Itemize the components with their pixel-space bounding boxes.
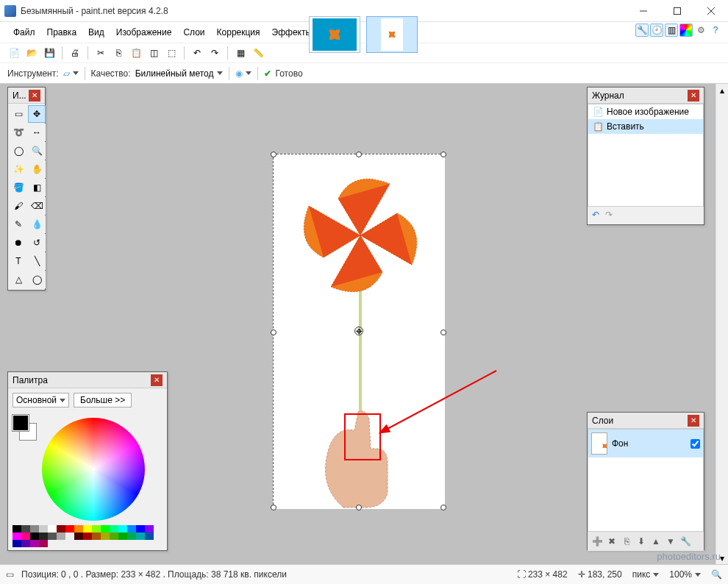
layer-row[interactable]: Фон — [588, 430, 703, 457]
crop-icon[interactable]: ◫ — [147, 46, 160, 60]
undo-icon[interactable]: ↶ — [190, 46, 204, 60]
pan-tool[interactable]: ✋ — [28, 160, 46, 178]
help-icon[interactable]: ? — [709, 24, 722, 37]
undo-icon[interactable]: ↶ — [592, 210, 599, 220]
history-close-icon[interactable]: ✕ — [688, 90, 699, 102]
minimize-button[interactable] — [627, 0, 660, 22]
svg-rect-1 — [674, 7, 681, 14]
shapes-tool[interactable]: △ — [10, 271, 27, 288]
move-up-icon[interactable]: ▲ — [649, 535, 663, 548]
layers-toggle-icon[interactable]: ▥ — [665, 24, 678, 37]
doc-thumb-2[interactable] — [366, 16, 418, 53]
tool-selector[interactable]: ▱ — [63, 68, 79, 79]
maximize-button[interactable] — [660, 0, 694, 22]
menu-adjustments[interactable]: Коррекция — [211, 24, 266, 40]
tools-panel: И...✕ ▭ ✥ ➰ ↔ ◯ 🔍 ✨ ✋ 🪣 ◧ 🖌 ⌫ ✎ 💧 ⏺ ↺ T … — [7, 87, 46, 291]
paste-icon[interactable]: 📋 — [129, 46, 143, 60]
document-thumbs — [309, 16, 418, 53]
clone-tool[interactable]: ⏺ — [10, 234, 27, 252]
primary-color-swatch[interactable] — [13, 415, 29, 431]
tools-close-icon[interactable]: ✕ — [29, 90, 40, 102]
color-mode-select[interactable]: Основной — [13, 393, 69, 407]
duplicate-layer-icon[interactable]: ⎘ — [620, 535, 633, 548]
colors-panel: Палитра✕ Основной Больше >> — [7, 371, 168, 551]
redo-icon[interactable]: ↷ — [605, 210, 613, 220]
close-button[interactable] — [694, 0, 728, 22]
brush-tool[interactable]: 🖌 — [10, 197, 27, 215]
ready-label: Готово — [276, 68, 303, 79]
gradient-tool[interactable]: ◧ — [28, 179, 46, 196]
lasso-tool[interactable]: ➰ — [10, 124, 27, 141]
rect-select-tool[interactable]: ▭ — [10, 105, 27, 123]
annotation-arrow — [379, 363, 504, 444]
tool-options-bar: Инструмент: ▱ Качество: Билинейный метод… — [0, 63, 728, 84]
annotation-box — [344, 413, 381, 460]
text-tool[interactable]: T — [10, 252, 27, 270]
menu-view[interactable]: Вид — [82, 24, 110, 40]
layer-visibility-checkbox[interactable] — [690, 439, 700, 449]
color-wheel[interactable] — [42, 418, 145, 521]
layer-name: Фон — [612, 438, 628, 449]
history-title: Журнал — [592, 90, 624, 101]
unit-select[interactable]: пикс — [632, 569, 660, 580]
pencil-tool[interactable]: ✎ — [10, 216, 27, 233]
cut-icon[interactable]: ✂ — [94, 46, 107, 60]
ellipse-select-tool[interactable]: ◯ — [10, 142, 27, 160]
recolor-tool[interactable]: ↺ — [28, 234, 46, 252]
redo-icon[interactable]: ↷ — [208, 46, 221, 60]
palette-strip[interactable] — [13, 525, 160, 547]
move-handle-icon[interactable]: ✥ — [354, 327, 363, 335]
document-icon: 📄 — [593, 107, 604, 117]
history-panel: Журнал✕ 📄Новое изображение 📋Вставить ↶ ↷ — [587, 87, 704, 225]
colors-close-icon[interactable]: ✕ — [151, 374, 163, 386]
zoom-icon[interactable]: 🔍 — [711, 569, 722, 580]
doc-thumb-1[interactable] — [309, 16, 360, 53]
history-item[interactable]: 📋Вставить — [588, 119, 703, 134]
history-toggle-icon[interactable]: 🕘 — [650, 24, 663, 37]
move-down-icon[interactable]: ▼ — [664, 535, 677, 548]
zoom-tool[interactable]: 🔍 — [28, 142, 46, 160]
vertical-scrollbar[interactable]: ▴ ▾ — [715, 84, 728, 564]
menu-layers[interactable]: Слои — [177, 24, 210, 40]
layer-properties-icon[interactable]: 🔧 — [679, 535, 692, 548]
tools-toggle-icon[interactable]: 🔧 — [635, 24, 649, 37]
status-cursor: ✛ 183, 250 — [578, 569, 622, 580]
move-selection-tool[interactable]: ✥ — [28, 105, 46, 123]
bucket-tool[interactable]: 🪣 — [10, 179, 27, 196]
line-tool[interactable]: ╲ — [28, 252, 46, 270]
deselect-icon[interactable]: ⬚ — [165, 46, 178, 60]
scroll-up-icon[interactable]: ▴ — [716, 84, 728, 96]
zoom-select[interactable]: 100% — [669, 569, 701, 580]
sampling-selector[interactable]: ◉ — [235, 68, 251, 79]
menu-file[interactable]: Файл — [7, 24, 41, 40]
eraser-tool[interactable]: ⌫ — [28, 197, 46, 215]
svg-line-6 — [386, 371, 496, 430]
colors-title: Палитра — [13, 375, 48, 385]
more-button[interactable]: Больше >> — [74, 393, 132, 407]
selection-icon: ▭ — [6, 569, 14, 580]
canvas[interactable]: ✥ — [273, 154, 444, 508]
color-picker-tool[interactable]: 💧 — [28, 216, 46, 233]
add-layer-icon[interactable]: ➕ — [590, 535, 604, 548]
layers-title: Слои — [592, 416, 613, 426]
shapes-tool-2[interactable]: ◯ — [28, 271, 46, 288]
quality-selector[interactable]: Билинейный метод — [135, 68, 223, 79]
delete-layer-icon[interactable]: ✖ — [605, 535, 618, 548]
quality-label: Качество: — [91, 68, 131, 79]
ruler-icon[interactable]: 📏 — [251, 46, 265, 60]
new-file-icon[interactable]: 📄 — [7, 46, 21, 60]
merge-down-icon[interactable]: ⬇ — [635, 535, 648, 548]
gear-icon[interactable]: ⚙ — [694, 24, 707, 37]
history-item[interactable]: 📄Новое изображение — [588, 104, 703, 119]
grid-icon[interactable]: ▦ — [234, 46, 247, 60]
colors-toggle-icon[interactable] — [679, 24, 693, 37]
magic-wand-tool[interactable]: ✨ — [10, 160, 27, 178]
layers-close-icon[interactable]: ✕ — [688, 415, 699, 427]
move-tool[interactable]: ↔ — [28, 124, 46, 141]
open-file-icon[interactable]: 📂 — [25, 46, 38, 60]
menu-edit[interactable]: Правка — [41, 24, 83, 40]
menu-image[interactable]: Изображение — [110, 24, 178, 40]
copy-icon[interactable]: ⎘ — [112, 46, 125, 60]
print-icon[interactable]: 🖨 — [68, 46, 82, 60]
save-file-icon[interactable]: 💾 — [43, 46, 56, 60]
